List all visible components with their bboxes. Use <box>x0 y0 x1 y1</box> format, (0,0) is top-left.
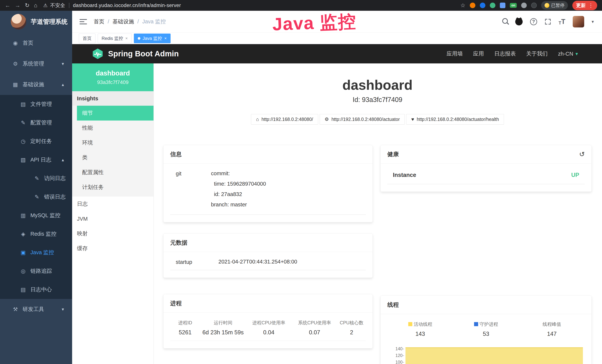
sidebar-item-label: 研发工具 <box>23 306 44 313</box>
sidebar-item-home[interactable]: ◉ 首页 <box>0 33 72 54</box>
history-icon[interactable]: ↺ <box>579 150 585 158</box>
extensions-puzzle-icon[interactable] <box>500 3 505 8</box>
extension-icon[interactable] <box>531 3 537 8</box>
sidebar-item-trace[interactable]: ◎ 链路追踪 <box>0 262 72 280</box>
sidebar-item-redis-monitor[interactable]: ◈ Redis 监控 <box>0 225 72 243</box>
edit-icon: ✎ <box>19 120 27 126</box>
sba-locale-select[interactable]: zh-CN ▾ <box>558 51 578 57</box>
update-button[interactable]: 更新 ⋮ <box>572 1 597 10</box>
extension-on-badge[interactable]: on <box>510 3 517 8</box>
page-title: dashboard <box>163 77 592 93</box>
tab-java-monitor[interactable]: Java 监控 × <box>134 33 171 43</box>
breadcrumb-infrastructure[interactable]: 基础设施 <box>113 18 134 25</box>
wrench-icon: ⚙ <box>325 117 329 122</box>
user-avatar[interactable] <box>573 16 584 27</box>
browser-chrome: ← → ↻ ⌂ ⚠ 不安全 dashboard.yudao.iocoder.cn… <box>0 0 602 11</box>
help-icon[interactable]: ? <box>530 18 537 25</box>
user-menu-caret-icon[interactable]: ▾ <box>592 19 594 24</box>
sidebar-item-log-center[interactable]: ▤ 日志中心 <box>0 280 72 299</box>
sba-menu-bottom-group: 日志 JVM 映射 缓存 <box>72 197 153 256</box>
document-icon: ✎ <box>33 175 41 182</box>
actuator-url-button[interactable]: ⚙ http://192.168.0.2:48080/actuator <box>320 114 405 125</box>
sidebar-item-java-monitor[interactable]: ▣ Java 监控 <box>0 243 72 262</box>
sba-menu-caches[interactable]: 缓存 <box>72 241 153 256</box>
sba-menu-config-properties[interactable]: 配置属性 <box>72 165 153 180</box>
sba-nav-wallboard[interactable]: 应用墙 <box>447 50 463 57</box>
service-url-button[interactable]: ⌂ http://192.168.0.2:48080/ <box>251 114 318 125</box>
github-icon[interactable] <box>515 18 523 25</box>
sidebar-item-scheduled-jobs[interactable]: ◷ 定时任务 <box>0 132 72 150</box>
instance-header[interactable]: dashboard 93a3fc7f7409 <box>72 64 153 91</box>
app-logo[interactable]: 芋道管理系统 <box>0 11 72 33</box>
topbar-actions: ? TT ▾ <box>502 16 594 27</box>
address-bar[interactable]: ⚠ 不安全 dashboard.yudao.iocoder.cn/infra/a… <box>43 2 181 9</box>
tab-home[interactable]: 首页 <box>79 33 96 43</box>
close-tab-icon[interactable]: × <box>164 36 167 41</box>
extension-icon[interactable] <box>521 3 527 8</box>
browser-home-icon[interactable]: ⌂ <box>34 3 37 8</box>
threads-chart: 140 120 100 <box>387 345 585 364</box>
tab-label: 首页 <box>83 35 92 41</box>
sidebar-item-mysql-monitor[interactable]: ▥ MySQL 监控 <box>0 206 72 225</box>
breadcrumb-home[interactable]: 首页 <box>94 18 104 25</box>
sba-brand[interactable]: Spring Boot Admin <box>92 48 179 60</box>
extension-icon[interactable] <box>480 3 485 8</box>
sidebar-menu: ◉ 首页 ⚙ 系统管理 ▾ ▦ 基础设施 ▴ ▤ 文件管理 ✎ 配置管 <box>0 33 72 320</box>
extension-icon[interactable] <box>470 3 475 8</box>
sidebar-item-system-management[interactable]: ⚙ 系统管理 ▾ <box>0 54 72 74</box>
sba-nav-applications[interactable]: 应用 <box>473 50 484 57</box>
health-card: 健康 ↺ Instance UP <box>380 145 592 192</box>
sidebar-item-infrastructure[interactable]: ▦ 基础设施 ▴ <box>0 74 72 95</box>
health-key: Instance <box>393 172 416 178</box>
info-key: git <box>176 171 211 177</box>
threads-value-row: 143 53 147 <box>387 331 585 337</box>
reload-icon[interactable]: ↻ <box>25 3 30 8</box>
actuator-url: http://192.168.0.2:48080/actuator <box>332 117 400 122</box>
infrastructure-submenu: ▤ 文件管理 ✎ 配置管理 ◷ 定时任务 ▧ API 日志 ▴ ✎ <box>0 95 72 299</box>
instance-id-line: Id: 93a3fc7f7409 <box>163 96 592 104</box>
search-icon[interactable] <box>502 18 508 24</box>
active-threads-area <box>406 347 583 364</box>
infrastructure-icon: ▦ <box>11 81 20 88</box>
gear-icon: ⚙ <box>11 61 20 67</box>
fullscreen-icon[interactable] <box>545 18 551 25</box>
process-header-row: 进程ID 运行时间 进程CPU使用率 系统CPU使用率 CPU核心数 <box>170 319 366 326</box>
sba-menu-classes[interactable]: 类 <box>72 150 153 165</box>
chart-y-axis: 140 120 100 <box>387 345 404 364</box>
extension-icon[interactable] <box>490 3 495 8</box>
forward-icon[interactable]: → <box>15 3 20 8</box>
close-tab-icon[interactable]: × <box>125 36 128 41</box>
health-status-badge: UP <box>571 172 579 178</box>
back-icon[interactable]: ← <box>5 3 10 8</box>
sba-menu-logs[interactable]: 日志 <box>72 197 153 211</box>
breadcrumb-current: Java 监控 <box>142 18 166 25</box>
breadcrumb: 首页 / 基础设施 / Java 监控 <box>94 18 166 25</box>
sidebar-item-label: 配置管理 <box>30 119 52 127</box>
paused-badge[interactable]: 已暂停 <box>541 1 568 10</box>
sidebar-item-dev-tools[interactable]: ⚒ 研发工具 ▾ <box>0 299 72 320</box>
tab-redis-monitor[interactable]: Redis 监控 × <box>98 33 132 43</box>
sba-menu-jvm[interactable]: JVM <box>72 211 153 226</box>
sidebar-item-file-management[interactable]: ▤ 文件管理 <box>0 95 72 114</box>
font-size-icon[interactable]: TT <box>559 18 565 26</box>
sidebar-item-api-logs[interactable]: ▧ API 日志 ▴ <box>0 150 72 169</box>
sba-menu-scheduled-tasks[interactable]: 计划任务 <box>72 180 153 195</box>
sba-menu-environment[interactable]: 环境 <box>72 135 153 150</box>
health-url-button[interactable]: ♥ http://192.168.0.2:48080/actuator/heal… <box>406 114 504 125</box>
sidebar-item-error-logs[interactable]: ✎ 错误日志 <box>0 188 72 206</box>
sba-nav-journal[interactable]: 日志报表 <box>494 50 516 57</box>
sidebar-toggle-icon[interactable] <box>80 19 87 25</box>
sba-nav-about[interactable]: 关于我们 <box>526 50 548 57</box>
sidebar-item-config-management[interactable]: ✎ 配置管理 <box>0 114 72 132</box>
paused-label: 已暂停 <box>551 2 565 8</box>
update-label: 更新 <box>576 2 586 9</box>
sidebar-item-access-logs[interactable]: ✎ 访问日志 <box>0 169 72 188</box>
bookmark-star-icon[interactable]: ☆ <box>460 3 465 8</box>
sba-menu-mappings[interactable]: 映射 <box>72 226 153 241</box>
sba-menu-details[interactable]: 细节 <box>77 106 153 120</box>
sidebar-item-label: 日志中心 <box>30 286 52 293</box>
tabs-bar: 首页 Redis 监控 × Java 监控 × <box>72 33 602 44</box>
sba-menu-performance[interactable]: 性能 <box>72 120 153 135</box>
browser-menu-icon[interactable]: ⋮ <box>588 2 593 9</box>
timer-icon: ◷ <box>19 138 27 144</box>
